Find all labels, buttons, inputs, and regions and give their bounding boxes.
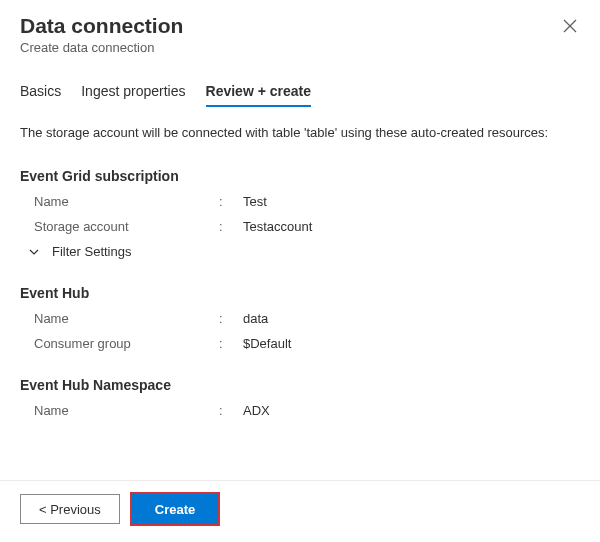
filter-settings-label: Filter Settings (52, 244, 131, 259)
previous-button[interactable]: < Previous (20, 494, 120, 524)
section-event-hub-namespace: Event Hub Namespace Name : ADX (20, 377, 580, 418)
description-text: The storage account will be connected wi… (20, 125, 580, 140)
chevron-down-icon (28, 246, 40, 258)
row-namespace-name: Name : ADX (20, 403, 580, 418)
tabs: Basics Ingest properties Review + create (20, 83, 580, 107)
value-consumer-group: $Default (243, 336, 291, 351)
tab-basics[interactable]: Basics (20, 83, 61, 107)
row-event-grid-name: Name : Test (20, 194, 580, 209)
footer-actions: < Previous Create (0, 480, 600, 524)
value-name: Test (243, 194, 267, 209)
section-event-hub: Event Hub Name : data Consumer group : $… (20, 285, 580, 351)
label-name: Name (34, 311, 219, 326)
tab-ingest-properties[interactable]: Ingest properties (81, 83, 185, 107)
value-storage-account: Testaccount (243, 219, 312, 234)
label-name: Name (34, 194, 219, 209)
event-hub-title: Event Hub (20, 285, 580, 301)
row-consumer-group: Consumer group : $Default (20, 336, 580, 351)
create-button[interactable]: Create (132, 494, 218, 524)
page-title: Data connection (20, 14, 580, 38)
page-subtitle: Create data connection (20, 40, 580, 55)
event-grid-title: Event Grid subscription (20, 168, 580, 184)
row-storage-account: Storage account : Testaccount (20, 219, 580, 234)
label-storage-account: Storage account (34, 219, 219, 234)
value-name: ADX (243, 403, 270, 418)
section-event-grid: Event Grid subscription Name : Test Stor… (20, 168, 580, 259)
close-icon (563, 19, 577, 33)
label-consumer-group: Consumer group (34, 336, 219, 351)
label-name: Name (34, 403, 219, 418)
close-button[interactable] (560, 16, 580, 36)
tab-review-create[interactable]: Review + create (206, 83, 311, 107)
value-name: data (243, 311, 268, 326)
event-hub-namespace-title: Event Hub Namespace (20, 377, 580, 393)
filter-settings-expander[interactable]: Filter Settings (20, 244, 580, 259)
row-event-hub-name: Name : data (20, 311, 580, 326)
